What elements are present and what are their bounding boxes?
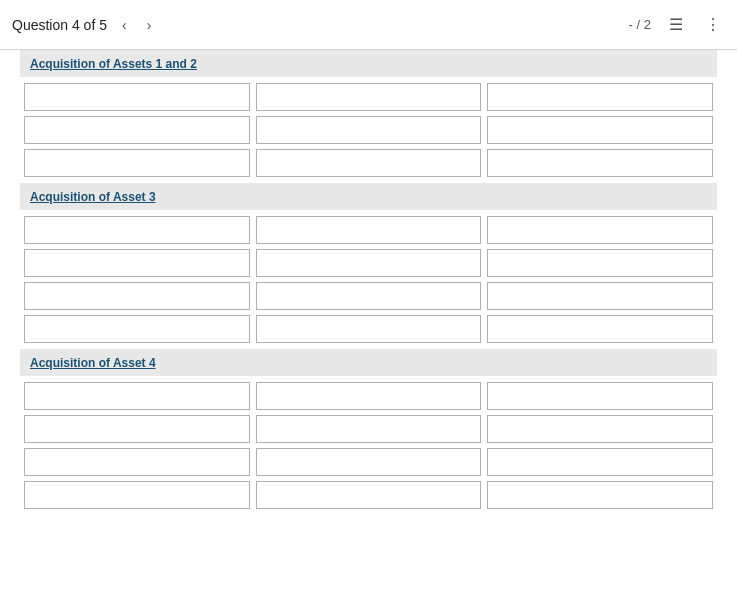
input-s3-r4-c2[interactable] [256,481,482,509]
next-button[interactable]: › [142,15,157,35]
input-s2-r3-c2[interactable] [256,282,482,310]
input-s3-r2-c1[interactable] [24,415,250,443]
input-s2-r4-c3[interactable] [487,315,713,343]
ellipsis-vertical-icon: ⋮ [705,16,721,33]
input-s3-r1-c2[interactable] [256,382,482,410]
main-content: Acquisition of Assets 1 and 2 Acquisitio… [0,50,737,535]
list-icon: ☰ [669,16,683,33]
input-s1-r2-c2[interactable] [256,116,482,144]
header: Question 4 of 5 ‹ › - / 2 ☰ ⋮ [0,0,737,50]
section-assets-1-2: Acquisition of Assets 1 and 2 [20,50,717,177]
input-s3-r3-c1[interactable] [24,448,250,476]
input-s2-r1-c1[interactable] [24,216,250,244]
input-s3-r1-c1[interactable] [24,382,250,410]
input-grid-assets-1-2 [20,83,717,177]
input-grid-asset-4 [20,382,717,509]
input-s1-r3-c3[interactable] [487,149,713,177]
section-header-asset-3: Acquisition of Asset 3 [20,183,717,210]
input-s3-r3-c3[interactable] [487,448,713,476]
question-label: Question 4 of 5 [12,17,107,33]
more-options-button[interactable]: ⋮ [701,13,725,36]
header-left: Question 4 of 5 ‹ › [12,15,156,35]
input-s3-r2-c2[interactable] [256,415,482,443]
input-s3-r4-c3[interactable] [487,481,713,509]
input-s3-r4-c1[interactable] [24,481,250,509]
input-s1-r2-c1[interactable] [24,116,250,144]
input-s2-r1-c3[interactable] [487,216,713,244]
input-s2-r3-c3[interactable] [487,282,713,310]
section-asset-4: Acquisition of Asset 4 [20,349,717,509]
input-s1-r1-c3[interactable] [487,83,713,111]
section-header-asset-4: Acquisition of Asset 4 [20,349,717,376]
input-s2-r3-c1[interactable] [24,282,250,310]
page-indicator: - / 2 [629,17,651,32]
input-s2-r4-c1[interactable] [24,315,250,343]
input-s1-r2-c3[interactable] [487,116,713,144]
input-s2-r4-c2[interactable] [256,315,482,343]
input-s1-r1-c1[interactable] [24,83,250,111]
input-s3-r2-c3[interactable] [487,415,713,443]
prev-button[interactable]: ‹ [117,15,132,35]
section-header-assets-1-2: Acquisition of Assets 1 and 2 [20,50,717,77]
list-view-button[interactable]: ☰ [665,13,687,36]
input-s1-r3-c2[interactable] [256,149,482,177]
input-s2-r2-c3[interactable] [487,249,713,277]
section-title-assets-1-2: Acquisition of Assets 1 and 2 [30,57,197,71]
input-s2-r1-c2[interactable] [256,216,482,244]
header-right: - / 2 ☰ ⋮ [629,13,725,36]
input-s3-r3-c2[interactable] [256,448,482,476]
input-s1-r1-c2[interactable] [256,83,482,111]
chevron-left-icon: ‹ [122,17,127,33]
input-grid-asset-3 [20,216,717,343]
section-title-asset-3: Acquisition of Asset 3 [30,190,156,204]
input-s2-r2-c2[interactable] [256,249,482,277]
section-asset-3: Acquisition of Asset 3 [20,183,717,343]
input-s2-r2-c1[interactable] [24,249,250,277]
input-s3-r1-c3[interactable] [487,382,713,410]
section-title-asset-4: Acquisition of Asset 4 [30,356,156,370]
input-s1-r3-c1[interactable] [24,149,250,177]
chevron-right-icon: › [147,17,152,33]
